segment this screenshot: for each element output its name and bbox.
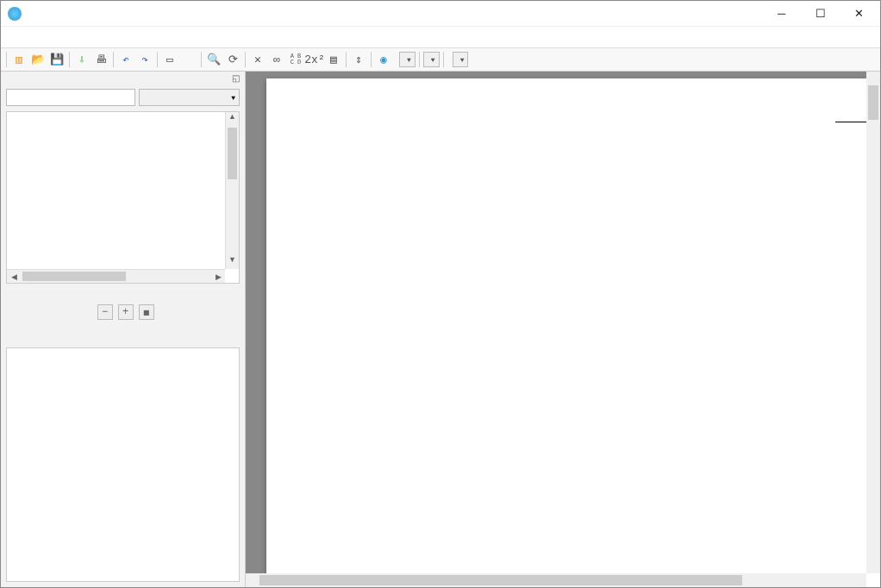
shuffle-icon[interactable]: ✕ [249,51,266,68]
print-icon[interactable]: 🖶 [92,51,109,68]
minimize-button[interactable]: ─ [762,2,801,26]
menu-file[interactable] [4,35,22,39]
menu-view[interactable] [42,35,59,39]
close-button[interactable]: ✕ [840,2,878,26]
new-icon[interactable]: ▥ [10,51,28,68]
filter-input[interactable] [6,89,135,106]
question-sets-list[interactable] [6,347,240,582]
menu-kuta-works[interactable] [99,35,116,39]
toolbar: ▥ 📂 💾 ⇩ 🖶 ↶ ↷ ▭ 🔍 ⟳ ✕ ∞ A BC D 2x² ▤ ⇕ ◉… [1,47,880,72]
scroll-thumb[interactable] [868,85,878,120]
chart-icon[interactable]: ▤ [325,51,342,68]
number-icon[interactable] [180,51,197,68]
desired-length-dropdown[interactable]: ▼ [423,52,440,67]
menu-utilities[interactable] [80,35,97,39]
help-icon[interactable]: ◉ [375,51,392,68]
tree-vscrollbar[interactable]: ▲ ▼ [225,112,239,269]
zoom-in-icon[interactable]: 🔍 [205,51,222,68]
maximize-button[interactable]: ☐ [801,2,840,26]
chevron-down-icon: ▼ [460,56,465,64]
menu-modify[interactable] [61,35,78,39]
scroll-thumb[interactable] [22,272,126,281]
menu-help[interactable] [118,35,135,39]
decrease-button[interactable]: − [97,304,113,320]
menubar [1,27,880,47]
link-icon[interactable]: ∞ [268,51,285,68]
canvas-hscrollbar[interactable] [246,573,866,587]
scroll-thumb[interactable] [259,575,742,585]
document-canvas[interactable] [246,72,880,587]
menu-edit[interactable] [23,35,41,39]
titlebar: ─ ☐ ✕ [1,1,880,27]
redo-icon[interactable]: ↷ [136,51,153,68]
open-icon[interactable]: 📂 [29,51,47,68]
sort-dropdown[interactable]: ▼ [139,89,240,106]
panel-popout-icon[interactable]: ◱ [232,73,240,83]
zoom-dropdown[interactable]: ▼ [399,52,416,67]
tree-hscrollbar[interactable]: ◀ ▶ [7,269,225,283]
scroll-left-icon[interactable]: ◀ [7,270,21,283]
export-icon[interactable]: ⇩ [73,51,91,68]
columns-dropdown[interactable]: ▼ [453,52,469,67]
undo-icon[interactable]: ↶ [117,51,134,68]
regen-icon[interactable]: ⟳ [224,51,241,68]
stop-button[interactable]: ◼ [139,304,154,320]
abcd-icon[interactable]: A BC D [287,51,304,68]
spacing-icon[interactable]: ⇕ [350,51,367,68]
app-icon [8,7,22,21]
scroll-up-icon[interactable]: ▲ [226,112,239,126]
canvas-vscrollbar[interactable] [866,72,880,573]
chevron-down-icon: ▼ [431,56,435,64]
increase-button[interactable]: + [118,304,134,320]
question-sets-label [1,341,245,347]
chevron-down-icon: ▼ [407,56,411,64]
document-page [266,78,880,587]
scroll-thumb[interactable] [228,128,237,179]
topic-tree[interactable]: ▲ ▼ ◀ ▶ [6,111,240,284]
math-icon[interactable]: 2x² [306,51,323,68]
save-icon[interactable]: 💾 [48,51,66,68]
scroll-down-icon[interactable]: ▼ [226,255,239,269]
scroll-right-icon[interactable]: ▶ [211,270,225,283]
page-icon[interactable]: ▭ [161,51,178,68]
sidebar: ◱ ▼ ▲ ▼ ◀ ▶ − [1,72,246,587]
chevron-down-icon: ▼ [231,94,235,102]
